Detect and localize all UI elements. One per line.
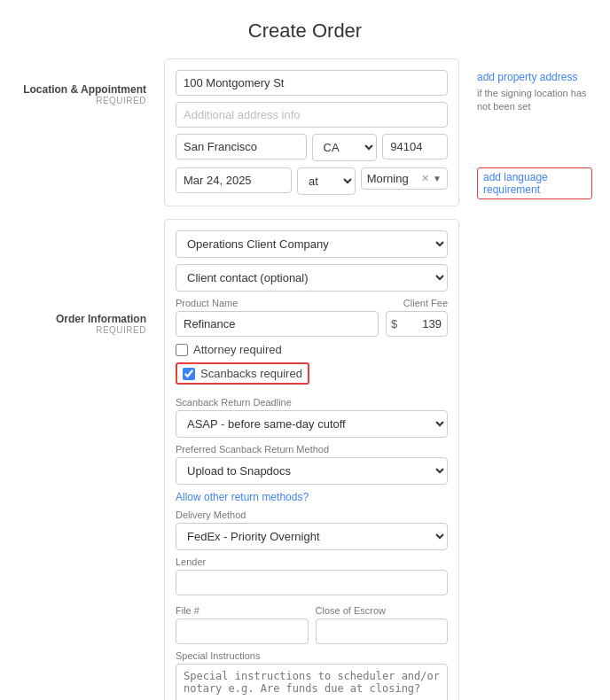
address2-input[interactable] [176,102,448,128]
state-select[interactable]: CA NY [312,134,378,161]
special-instructions-textarea[interactable] [176,664,448,700]
time-arrow-icon[interactable]: ▼ [433,174,442,183]
order-section-sublabel: REQUIRED [18,325,146,335]
date-input[interactable] [176,167,292,193]
add-property-link[interactable]: add property address [477,71,592,83]
at-select[interactable]: at [297,167,356,195]
client-fee-label: Client Fee [386,298,448,308]
zip-input[interactable] [382,134,448,159]
attorney-checkbox[interactable] [176,344,188,356]
preferred-return-select[interactable]: Upload to Snapdocs [176,457,448,485]
scanbacks-checkbox[interactable] [183,368,195,380]
attorney-row: Attorney required [176,343,448,356]
preferred-return-label: Preferred Scanback Return Method [176,444,448,455]
product-name-label: Product Name [176,298,379,308]
location-section-label: Location & Appointment [18,71,146,96]
file-label: File # [176,605,309,616]
lender-input[interactable] [176,570,448,595]
city-input[interactable] [176,134,307,159]
escrow-label: Close of Escrow [316,605,449,616]
scanback-deadline-label: Scanback Return Deadline [176,397,448,408]
lender-label: Lender [176,556,448,567]
address1-input[interactable] [176,70,448,96]
attorney-label[interactable]: Attorney required [193,343,282,356]
time-value: Morning [367,172,418,185]
delivery-label: Delivery Method [176,509,448,520]
product-name-input[interactable] [176,311,379,337]
scanbacks-row: Scanbacks required [176,362,309,385]
right-column: add property address if the signing loca… [468,58,592,700]
special-instructions-label: Special Instructions [176,650,448,661]
time-clear-icon[interactable]: ✕ [421,173,429,184]
scanback-deadline-select[interactable]: ASAP - before same-day cutoff [176,410,448,438]
order-section: Operations Client Company Client contact… [164,219,459,700]
dollar-sign-icon: $ [391,317,397,331]
company-select[interactable]: Operations Client Company [176,230,448,258]
file-input[interactable] [176,618,309,644]
allow-return-link[interactable]: Allow other return methods? [176,491,448,503]
delivery-select[interactable]: FedEx - Priority Overnight [176,523,448,550]
scanbacks-label[interactable]: Scanbacks required [200,367,302,380]
location-section: CA NY at Mor [164,58,459,206]
location-section-sublabel: REQUIRED [18,96,146,105]
escrow-input[interactable] [316,618,449,644]
page-title: Create Order [0,0,610,58]
time-select[interactable]: Morning ✕ ▼ [361,167,448,190]
contact-select[interactable]: Client contact (optional) [176,264,448,292]
order-section-label: Order Information [18,300,146,325]
add-property-hint: if the signing location has not been set [477,87,592,114]
add-language-link[interactable]: add language requirement [477,167,592,199]
